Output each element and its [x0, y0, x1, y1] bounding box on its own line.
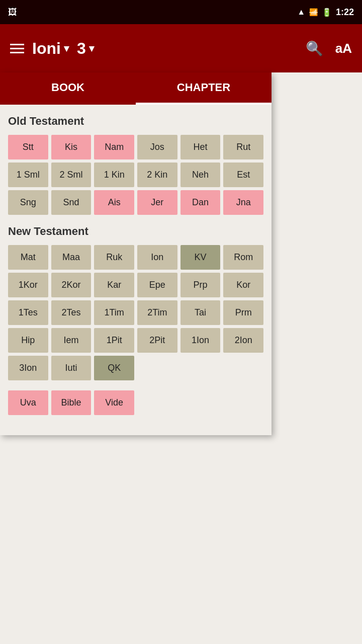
book-button[interactable]: 2 Kin: [137, 163, 177, 187]
font-size-button[interactable]: aA: [335, 41, 352, 56]
extra-books-grid: UvaBibleVide: [8, 390, 263, 415]
book-title-selector[interactable]: Ioni ▾: [32, 39, 69, 58]
book-button[interactable]: Maa: [51, 245, 92, 270]
book-button[interactable]: 1 Sml: [8, 163, 48, 187]
book-button[interactable]: 2Tim: [137, 300, 177, 325]
photo-icon: 🖼: [8, 7, 17, 18]
book-button[interactable]: Stt: [8, 135, 48, 159]
book-button[interactable]: Snd: [51, 190, 92, 215]
book-button[interactable]: 2 Sml: [51, 163, 92, 187]
signal-icon: 📶: [309, 8, 318, 16]
menu-button[interactable]: [10, 44, 24, 53]
book-name: Ioni: [32, 39, 61, 58]
book-button[interactable]: 2Ion: [223, 328, 263, 353]
book-button[interactable]: 1Tim: [94, 300, 134, 325]
chapter-number: 3: [77, 39, 86, 58]
book-button[interactable]: Mat: [8, 245, 48, 270]
book-button[interactable]: 2Tes: [51, 300, 92, 325]
status-bar-left: 🖼: [8, 7, 17, 18]
chapter-dropdown-arrow: ▾: [89, 42, 94, 54]
book-list: Old Testament SttKisNamJosHetRut1 Sml2 S…: [0, 105, 272, 435]
chapter-selector[interactable]: 3 ▾: [77, 39, 94, 58]
status-bar: 🖼 ▲ 📶 🔋 1:22: [0, 0, 362, 24]
book-button[interactable]: Kar: [94, 273, 134, 297]
book-button[interactable]: Hip: [8, 328, 48, 353]
book-button[interactable]: 2Kor: [51, 273, 92, 297]
tabs-bar: BOOK CHAPTER: [0, 72, 272, 105]
book-button[interactable]: Ais: [94, 190, 134, 215]
book-chapter-panel: BOOK CHAPTER Old Testament SttKisNamJosH…: [0, 72, 272, 435]
book-button[interactable]: Kor: [223, 273, 263, 297]
time-display: 1:22: [336, 7, 354, 18]
book-button[interactable]: Rom: [223, 245, 263, 270]
book-button[interactable]: 1Pit: [94, 328, 134, 353]
book-button[interactable]: Sng: [8, 190, 48, 215]
book-dropdown-arrow: ▾: [64, 42, 69, 54]
book-button[interactable]: Ruk: [94, 245, 134, 270]
book-button[interactable]: KV: [180, 245, 221, 270]
old-testament-grid: SttKisNamJosHetRut1 Sml2 Sml1 Kin2 KinNe…: [8, 135, 263, 215]
book-button[interactable]: 3Ion: [8, 356, 48, 380]
book-button[interactable]: Het: [180, 135, 221, 159]
book-button[interactable]: Kis: [51, 135, 92, 159]
book-button[interactable]: 1Kor: [8, 273, 48, 297]
book-button[interactable]: Ion: [137, 245, 177, 270]
book-button[interactable]: Rut: [223, 135, 263, 159]
book-button[interactable]: Dan: [180, 190, 221, 215]
app-bar-right: 🔍 aA: [306, 40, 352, 57]
book-button[interactable]: Prm: [223, 300, 263, 325]
book-button[interactable]: Iem: [51, 328, 92, 353]
book-button[interactable]: Prp: [180, 273, 221, 297]
tab-book[interactable]: BOOK: [0, 72, 136, 105]
battery-icon: 🔋: [322, 8, 332, 17]
new-testament-title: New Testament: [8, 225, 263, 238]
book-button[interactable]: Vide: [94, 390, 134, 415]
status-bar-right: ▲ 📶 🔋 1:22: [297, 7, 354, 18]
book-button[interactable]: QK: [94, 356, 134, 380]
book-button[interactable]: Neh: [180, 163, 221, 187]
book-button[interactable]: Uva: [8, 390, 48, 415]
book-button[interactable]: Jer: [137, 190, 177, 215]
tab-book-label: BOOK: [51, 81, 84, 94]
wifi-icon: ▲: [297, 8, 305, 17]
book-button[interactable]: Jos: [137, 135, 177, 159]
book-button[interactable]: Est: [223, 163, 263, 187]
book-button[interactable]: Tai: [180, 300, 221, 325]
app-bar-left: Ioni ▾ 3 ▾: [10, 39, 94, 58]
tab-chapter-label: CHAPTER: [177, 81, 230, 94]
book-button[interactable]: 2Pit: [137, 328, 177, 353]
book-button[interactable]: Epe: [137, 273, 177, 297]
books-scrollable[interactable]: Old Testament SttKisNamJosHetRut1 Sml2 S…: [0, 105, 272, 435]
book-button[interactable]: Jna: [223, 190, 263, 215]
app-bar: Ioni ▾ 3 ▾ 🔍 aA: [0, 24, 362, 72]
book-button[interactable]: Bible: [51, 390, 92, 415]
book-button[interactable]: 1 Kin: [94, 163, 134, 187]
book-button[interactable]: Iuti: [51, 356, 92, 380]
book-button[interactable]: 1Ion: [180, 328, 221, 353]
new-testament-grid: MatMaaRukIonKVRom1Kor2KorKarEpePrpKor1Te…: [8, 245, 263, 380]
search-button[interactable]: 🔍: [306, 40, 323, 57]
old-testament-title: Old Testament: [8, 115, 263, 128]
book-button[interactable]: 1Tes: [8, 300, 48, 325]
tab-chapter[interactable]: CHAPTER: [136, 72, 272, 105]
book-button[interactable]: Nam: [94, 135, 134, 159]
